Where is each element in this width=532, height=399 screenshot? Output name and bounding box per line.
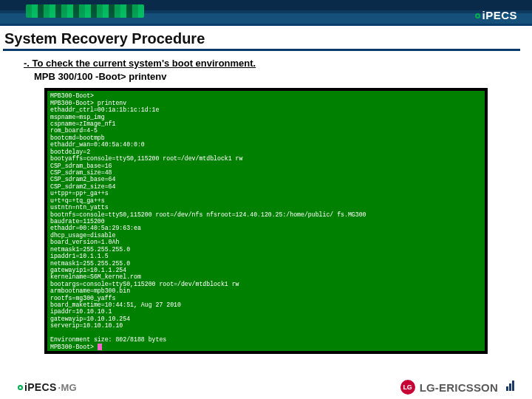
logo-ring-icon: [475, 13, 480, 18]
brand-text: iPECS: [482, 9, 517, 21]
terminal-window: MPB300-Boot> MPB300-Boot> printenv ethad…: [44, 88, 488, 354]
subheading-line-2: MPB 300/100 -Boot> printenv: [24, 70, 532, 83]
footer-brand-right: LG LG-ERICSSON: [400, 380, 514, 395]
subheading-block: -. To check the current system's boot en…: [0, 57, 532, 88]
title-underline: [3, 49, 520, 51]
lg-ericsson-text: LG-ERICSSON: [420, 381, 498, 394]
subheading-line-1: -. To check the current system's boot en…: [24, 57, 532, 70]
page-title: System Recovery Procedure: [0, 26, 532, 49]
terminal-output: MPB300-Boot> MPB300-Boot> printenv ethad…: [47, 91, 485, 351]
decorative-top-band: [0, 0, 532, 24]
lg-face-icon: LG: [400, 380, 415, 395]
footer-brand-text: iPECS: [24, 381, 57, 393]
footer-brand-suffix: ·MG: [58, 382, 77, 393]
terminal-cursor: [98, 344, 102, 350]
logo-ring-icon: [18, 385, 23, 390]
footer-brand-left: iPECS·MG: [18, 381, 77, 393]
footer-bar: iPECS·MG LG LG-ERICSSON: [0, 380, 532, 395]
brand-logo-top: iPECS: [475, 9, 517, 21]
ericsson-bars-icon: [505, 381, 514, 394]
